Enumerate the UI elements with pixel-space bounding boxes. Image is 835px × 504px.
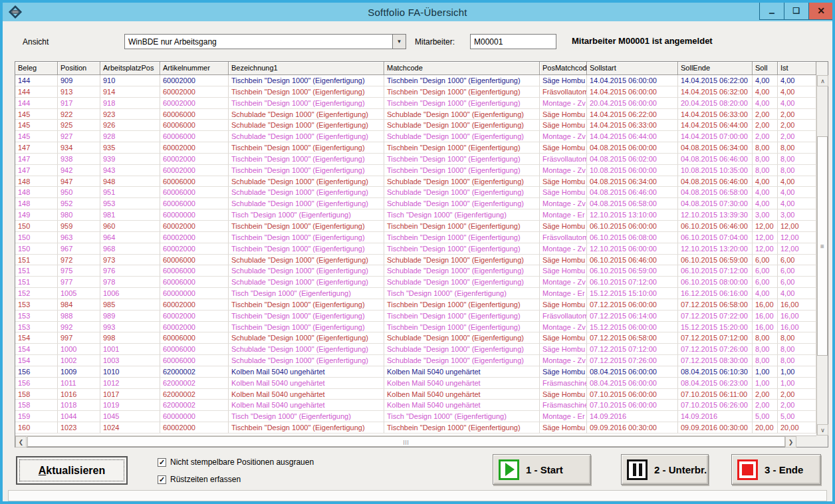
table-row[interactable]: 15399299360002000Tischbein "Design 1000"… xyxy=(15,322,816,333)
cell-position: 967 xyxy=(58,243,100,255)
table-row[interactable]: 14793493560002000Tischbein "Design 1000"… xyxy=(15,142,816,154)
table-row[interactable]: 1581018101962000002Kolben Mail 5040 unge… xyxy=(15,400,816,411)
column-header-beleg[interactable]: Beleg xyxy=(15,62,58,75)
aktualisieren-button[interactable]: Aktualisieren xyxy=(16,456,128,485)
column-header-matchcode[interactable]: Matchcode xyxy=(384,62,540,75)
table-row[interactable]: 1541000100160006000Schublade "Design 100… xyxy=(15,344,816,355)
table-row[interactable]: 15499799860006000Schublade "Design 1000"… xyxy=(15,332,816,344)
scroll-up-icon[interactable]: ∧ xyxy=(817,75,828,86)
cell-posmatchcode: Säge Hombu xyxy=(540,187,587,198)
cell-arbeitsplatzpos: 1017 xyxy=(100,389,160,400)
table-row[interactable]: 14592792860006000Schublade "Design 1000"… xyxy=(15,131,816,142)
table-row[interactable]: 15096396460002000Tischbein "Design 1000"… xyxy=(15,232,816,243)
cell-beleg: 152 xyxy=(15,288,58,299)
table-row[interactable]: 1581016101762000002Kolben Mail 5040 unge… xyxy=(15,389,816,400)
horizontal-scrollbar[interactable]: ❮ ||| ❯ xyxy=(15,436,816,447)
table-row[interactable]: 15096796860002000Tischbein "Design 1000"… xyxy=(15,243,816,255)
cell-posmatchcode: Säge Hombu xyxy=(540,344,587,355)
column-header-bezeichnung1[interactable]: Bezeichnung1 xyxy=(229,62,384,75)
mitarbeiter-input[interactable] xyxy=(470,34,556,49)
table-row[interactable]: 14894794860006000Schublade "Design 1000"… xyxy=(15,176,816,188)
cell-sollende: 07.10.2015 06:26:00 xyxy=(678,400,753,411)
column-header-artikelnummer[interactable]: Artikelnummer xyxy=(160,62,229,75)
vertical-scrollbar[interactable]: ∧ ≡ ∨ xyxy=(816,75,828,436)
table-row[interactable]: 14793893960002000Tischbein "Design 1000"… xyxy=(15,154,816,165)
cell-artikelnummer: 60000000 xyxy=(160,209,229,221)
table-row[interactable]: 14794294360002000Tischbein "Design 1000"… xyxy=(15,165,816,176)
cell-sollstart: 15.12.2015 15:10:00 xyxy=(587,288,678,299)
ende-button[interactable]: 3 - Ende xyxy=(731,454,821,485)
table-row[interactable]: 14491391460002000Tischbein "Design 1000"… xyxy=(15,86,816,98)
cell-soll: 16,00 xyxy=(753,311,778,322)
ansicht-combobox[interactable]: WinBDE nur Arbeitsgang ▼ xyxy=(124,34,406,49)
checkbox-grayout-box[interactable]: ✓ xyxy=(158,458,166,467)
cell-sollende: 07.12.2015 06:58:00 xyxy=(678,299,753,311)
cell-sollende: 07.12.2015 08:30:00 xyxy=(678,355,753,366)
cell-ist: 8,00 xyxy=(778,344,816,355)
table-row[interactable]: 14592592660006000Schublade "Design 1000"… xyxy=(15,120,816,131)
horizontal-scroll-thumb[interactable]: ||| xyxy=(27,436,785,447)
table-row[interactable]: 1591044104560000000Tisch "Design 1000" (… xyxy=(15,411,816,422)
cell-matchcode: Tischbein "Design 1000" (Eigenfertigung) xyxy=(384,98,540,109)
column-header-arbeitsplatzpos[interactable]: ArbeitsplatzPos xyxy=(100,62,160,75)
table-row[interactable]: 14490991060002000Tischbein "Design 1000"… xyxy=(15,75,816,86)
scroll-right-icon[interactable]: ❯ xyxy=(785,436,796,447)
cell-bezeichnung1: Kolben Mail 5040 ungehärtet xyxy=(229,378,384,389)
close-button[interactable]: ✕ xyxy=(808,1,834,20)
table-row[interactable]: 15398498560002000Tischbein "Design 1000"… xyxy=(15,299,816,311)
table-row[interactable]: 14895295360006000Schublade "Design 1000"… xyxy=(15,198,816,209)
table-row[interactable]: 14895095160006000Schublade "Design 1000"… xyxy=(15,187,816,198)
cell-ist: 12,00 xyxy=(778,232,816,243)
table-row[interactable]: 1601023102460002000Tischbein "Design 100… xyxy=(15,422,816,434)
cell-sollende: 06.10.2015 07:12:00 xyxy=(678,265,753,277)
chevron-down-icon[interactable]: ▼ xyxy=(392,35,406,49)
cell-arbeitsplatzpos: 964 xyxy=(100,232,160,243)
table-row[interactable]: 1561011101262000002Kolben Mail 5040 unge… xyxy=(15,378,816,389)
cell-soll: 20,00 xyxy=(753,422,778,434)
cell-ist: 5,00 xyxy=(778,411,816,422)
checkbox-ruestzeiten[interactable]: ✓ Rüstzeiten erfassen xyxy=(158,475,241,484)
cell-soll: 6,00 xyxy=(753,255,778,266)
checkbox-grayout[interactable]: ✓ Nicht stempelbare Positionen ausgrauen xyxy=(158,457,314,467)
cell-matchcode: Tisch "Design 1000" (Eigenfertigung) xyxy=(384,411,540,422)
cell-arbeitsplatzpos: 1003 xyxy=(100,355,160,366)
vertical-scroll-thumb[interactable]: ≡ xyxy=(817,136,828,356)
checkbox-ruestzeiten-box[interactable]: ✓ xyxy=(158,475,166,484)
table-row[interactable]: 1541002100360006000Schublade "Design 100… xyxy=(15,355,816,366)
table-row[interactable]: 1561009101062000002Kolben Mail 5040 unge… xyxy=(15,366,816,378)
table-row[interactable]: 15197797860006000Schublade "Design 1000"… xyxy=(15,277,816,288)
table-row[interactable]: 14592292360006000Schublade "Design 1000"… xyxy=(15,109,816,120)
table-row[interactable]: 15197297360006000Schublade "Design 1000"… xyxy=(15,255,816,266)
cell-position: 1023 xyxy=(58,422,100,434)
cell-posmatchcode: Säge Hombu xyxy=(540,221,587,232)
unterbrechen-button[interactable]: 2 - Unterbr. xyxy=(621,454,709,485)
column-header-soll[interactable]: Soll xyxy=(753,62,778,75)
cell-sollende: 04.08.2015 07:30:00 xyxy=(678,198,753,209)
cell-beleg: 154 xyxy=(15,332,58,344)
minimize-button[interactable]: – xyxy=(759,1,784,20)
table-row[interactable]: 14491791860002000Tischbein "Design 1000"… xyxy=(15,98,816,109)
cell-beleg: 153 xyxy=(15,322,58,333)
scroll-left-icon[interactable]: ❮ xyxy=(15,436,27,447)
cell-sollstart: 07.12.2015 06:58:00 xyxy=(587,332,678,344)
column-header-sollende[interactable]: SollEnde xyxy=(678,62,753,75)
column-header-posmatchcode[interactable]: PosMatchcode xyxy=(540,62,587,75)
maximize-button[interactable]: ❑ xyxy=(784,1,809,20)
column-header-ist[interactable]: Ist xyxy=(778,62,816,75)
grip-icon: ≡ xyxy=(820,243,824,250)
cell-soll: 1,00 xyxy=(753,378,778,389)
column-header-position[interactable]: Position xyxy=(58,62,100,75)
cell-posmatchcode: Fräsvollautom xyxy=(540,154,587,165)
table-row[interactable]: 15398898960002000Tischbein "Design 1000"… xyxy=(15,311,816,322)
cell-arbeitsplatzpos: 989 xyxy=(100,311,160,322)
cell-bezeichnung1: Tischbein "Design 1000" (Eigenfertigung) xyxy=(229,86,384,98)
table-row[interactable]: 14998098160000000Tisch "Design 1000" (Ei… xyxy=(15,209,816,221)
cell-sollende: 14.04.2015 06:33:00 xyxy=(678,109,753,120)
pause-icon xyxy=(627,459,648,480)
column-header-sollstart[interactable]: Sollstart xyxy=(587,62,678,75)
table-row[interactable]: 15197597660006000Schublade "Design 1000"… xyxy=(15,265,816,277)
table-row[interactable]: 1521005100660000000Tisch "Design 1000" (… xyxy=(15,288,816,299)
start-button[interactable]: 1 - Start xyxy=(493,454,591,485)
scroll-down-icon[interactable]: ∨ xyxy=(817,424,828,436)
table-row[interactable]: 15095996060002000Tischbein "Design 1000"… xyxy=(15,221,816,232)
